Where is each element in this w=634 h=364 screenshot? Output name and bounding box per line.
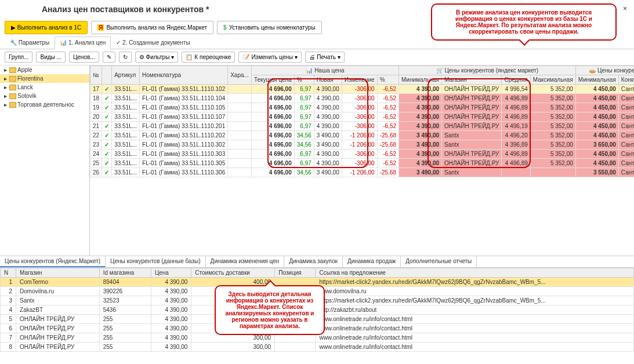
dcol-n[interactable]: N xyxy=(1,268,16,278)
group-dropdown[interactable]: Групп... xyxy=(5,52,32,63)
col-pct[interactable]: % xyxy=(294,75,314,85)
folder-icon xyxy=(9,93,16,99)
folder-icon xyxy=(9,85,16,90)
check-icon[interactable]: ✓ xyxy=(104,151,109,157)
dcol-price[interactable]: Цена xyxy=(151,268,191,278)
check-icon[interactable]: ✓ xyxy=(104,123,109,129)
table-row[interactable]: 20✓33.51L...FL-01 (Гамма) 33.51L.1110.10… xyxy=(90,112,635,122)
btab-reports[interactable]: Дополнительные отчеты xyxy=(401,256,477,267)
print-button[interactable]: 🖨 Печать ▾ xyxy=(305,52,345,63)
table-row[interactable]: 19✓33.51L...FL-01 (Гамма) 33.51L.1110.10… xyxy=(90,103,635,112)
yandex-icon: Я xyxy=(97,24,104,31)
check-icon[interactable]: ✓ xyxy=(104,132,109,139)
table-row[interactable]: 17✓33.51L...FL-01 (Гамма) 33.51L.1110.10… xyxy=(90,85,635,94)
expand-icon[interactable]: ▸ xyxy=(2,84,8,90)
col-nom[interactable]: Номенклатура xyxy=(140,66,228,85)
dcol-pos[interactable]: Позиция xyxy=(275,268,316,278)
sidebar-item[interactable]: ▸ Sotovik xyxy=(0,92,89,100)
col-char[interactable]: Хара... xyxy=(228,66,252,85)
dcol-id[interactable]: Id магазина xyxy=(99,268,151,278)
table-row[interactable]: 18✓33.51L...FL-01 (Гамма) 33.51L.1110.10… xyxy=(90,94,635,103)
callout-bottom: Здесь выводится детальная информация о к… xyxy=(215,285,325,335)
group-ym: 🛒 Цены конкурентов (яндекс маркет) xyxy=(399,66,576,75)
change-prices-button[interactable]: 📝 Изменить цены ▾ xyxy=(238,52,302,63)
col-chg[interactable]: Изменение xyxy=(342,75,377,85)
tab-params[interactable]: 🔧 Параметры xyxy=(5,37,55,49)
check-icon[interactable]: ✓ xyxy=(104,160,109,166)
col-check[interactable] xyxy=(102,66,112,85)
sidebar-item[interactable]: ▸ Apple xyxy=(0,65,89,74)
tab-analysis[interactable]: 📊 1. Анализ цен xyxy=(55,37,111,49)
sidebar-item-label: Apple xyxy=(17,67,32,73)
col-comp[interactable]: Конкурент xyxy=(618,75,634,85)
tab-docs[interactable]: ✓ 2. Созданные документы xyxy=(111,37,195,49)
check-icon[interactable]: ✓ xyxy=(104,169,109,176)
dcol-shop[interactable]: Магазин xyxy=(16,268,100,278)
col-avg[interactable]: Средняя xyxy=(502,75,530,85)
table-row[interactable]: 23✓33.51L...FL-01 (Гамма) 33.51L.1110.30… xyxy=(90,140,635,150)
sidebar-item[interactable]: ▸ Florentina xyxy=(0,74,89,83)
check-icon[interactable]: ✓ xyxy=(104,104,109,111)
expand-icon[interactable]: ▸ xyxy=(2,93,8,99)
check-icon[interactable]: ✓ xyxy=(104,114,109,120)
col-art[interactable]: Артикул xyxy=(112,66,140,85)
refresh-button[interactable]: ↻ xyxy=(119,52,132,63)
sidebar-item[interactable]: ▸ Торговая деятельнос xyxy=(0,100,89,109)
col-n[interactable]: № xyxy=(90,66,102,85)
sidebar-item-label: Lanck xyxy=(17,84,33,90)
col-max[interactable]: Максимальная xyxy=(530,75,575,85)
reprice-button[interactable]: 📋 К переоценке xyxy=(182,52,235,63)
callout-top: В режиме анализа цен конкурентов выводит… xyxy=(431,3,617,41)
table-row[interactable]: 26✓33.51L...FL-01 (Гамма) 33.51L.1110.30… xyxy=(90,168,635,177)
table-row[interactable]: 24✓33.51L...FL-01 (Гамма) 33.51L.1110.30… xyxy=(90,150,635,159)
col-pct2[interactable]: % xyxy=(377,75,398,85)
filters-button[interactable]: ⚙ Фильтры ▾ xyxy=(135,52,179,63)
price-icon: $ xyxy=(223,24,227,31)
close-icon[interactable]: × xyxy=(623,5,627,13)
dcol-link[interactable]: Ссылка на предложение xyxy=(316,268,634,278)
table-row[interactable]: 22✓33.51L...FL-01 (Гамма) 33.51L.1110.20… xyxy=(90,131,635,140)
group-db: 🥧 Цены конкурентов (данные базы) xyxy=(575,66,634,75)
col-shop[interactable]: Магазин xyxy=(442,75,502,85)
expand-icon[interactable]: ▸ xyxy=(2,101,8,108)
expand-icon[interactable]: ▸ xyxy=(2,75,8,82)
folder-icon xyxy=(9,67,16,73)
check-icon[interactable]: ✓ xyxy=(104,95,109,101)
views-dropdown[interactable]: Виды ... xyxy=(36,52,65,63)
page-title: Анализ цен поставщиков и конкурентов * xyxy=(42,5,209,14)
prices-dropdown[interactable]: Ценов... xyxy=(69,52,99,63)
btab-ym[interactable]: Цены конкурентов (Яндекс.Маркет) xyxy=(0,256,106,267)
btab-sales-dyn[interactable]: Динамика продаж xyxy=(343,256,401,267)
detail-row[interactable]: 8ОНЛАЙН ТРЕЙД.РУ2554 390,00300,00www.onl… xyxy=(1,343,634,352)
check-icon[interactable]: ✓ xyxy=(104,141,109,148)
sidebar-item-label: Florentina xyxy=(17,75,43,82)
sidebar-item-label: Sotovik xyxy=(17,93,37,99)
col-cur[interactable]: Текущая цена xyxy=(251,75,294,85)
expand-icon[interactable]: ▸ xyxy=(2,67,8,73)
sidebar-item-label: Торговая деятельнос xyxy=(17,101,74,108)
group-our-price: 📊 Наша цена xyxy=(251,66,398,75)
detail-row[interactable]: 9Arsenal-BT.ru44625 352,00300,00https://… xyxy=(1,352,634,352)
check-icon[interactable]: ✓ xyxy=(104,86,109,92)
run-ym-button[interactable]: Я Выполнить анализ на Яндекс.Маркет xyxy=(91,21,213,34)
btab-price-dyn[interactable]: Динамика изменения цен xyxy=(206,256,285,267)
col-new[interactable]: Новая xyxy=(314,75,342,85)
btab-db[interactable]: Цены конкурентов (данные базы) xyxy=(106,256,206,267)
sidebar: ▸ Apple▸ Florentina▸ Lanck▸ Sotovik▸ Тор… xyxy=(0,65,90,256)
btab-purch-dyn[interactable]: Динамика закупок xyxy=(284,256,343,267)
folder-icon xyxy=(9,76,16,82)
set-prices-button[interactable]: $ Установить цены номенклатуры xyxy=(217,21,322,34)
folder-icon xyxy=(9,102,16,108)
table-row[interactable]: 21✓33.51L...FL-01 (Гамма) 33.51L.1110.20… xyxy=(90,122,635,131)
dcol-del[interactable]: Стоимость доставки xyxy=(191,268,275,278)
edit-button[interactable]: ✎ xyxy=(103,52,115,63)
col-min[interactable]: Минимальная xyxy=(399,75,442,85)
sidebar-item[interactable]: ▸ Lanck xyxy=(0,83,89,92)
table-row[interactable]: 25✓33.51L...FL-01 (Гамма) 33.51L.1110.30… xyxy=(90,159,635,168)
run-1c-button[interactable]: ▶ Выполнить анализ в 1С xyxy=(5,21,88,34)
analysis-grid[interactable]: № Артикул Номенклатура Хара... 📊 Наша це… xyxy=(90,65,634,177)
col-min2[interactable]: Минимальная xyxy=(575,75,618,85)
